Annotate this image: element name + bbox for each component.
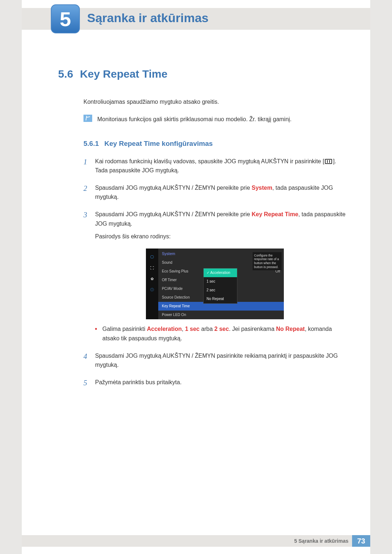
- highlight-1sec: 1 sec: [185, 326, 200, 332]
- osd-option-acceleration: Acceleration: [204, 268, 237, 277]
- highlight-key-repeat-time: Key Repeat Time: [252, 211, 298, 217]
- subsection-title: Key Repeat Time konfigūravimas: [105, 140, 213, 147]
- steps-list: 1 Kai rodomas funkcinių klavišų vadovas,…: [83, 157, 348, 387]
- step-screen-intro: Pasirodys šis ekrano rodinys:: [95, 232, 348, 241]
- chapter-number-badge: 5: [51, 4, 80, 33]
- step-text: Spausdami JOG mygtuką AUKŠTYN / ŽEMYN pe…: [95, 211, 252, 217]
- osd-label: Source Detection: [162, 295, 190, 300]
- subsection-heading: 5.6.1 Key Repeat Time konfigūravimas: [83, 138, 348, 149]
- osd-row-powerled: Power LED On: [158, 311, 284, 319]
- chapter-title: Sąranka ir atkūrimas: [87, 11, 209, 25]
- osd-label: Off Timer: [162, 277, 177, 283]
- note-text: Monitoriaus funkcijos gali skirtis prikl…: [97, 115, 291, 124]
- footer-page-number: 73: [352, 535, 370, 547]
- footer-band: 5 Sąranka ir atkūrimas 73: [22, 535, 370, 547]
- bullet-sep: ,: [182, 326, 185, 332]
- step-number: 4: [83, 350, 87, 362]
- step-number: 2: [83, 182, 87, 194]
- step-3: 3 Spausdami JOG mygtuką AUKŠTYN / ŽEMYN …: [83, 210, 348, 343]
- osd-sidebar: 🖵 ⛶ ✿ ⓘ: [146, 249, 158, 320]
- osd-main: System Sound Eco Saving Plus Off Off Tim…: [158, 249, 284, 320]
- resize-icon: ⛶: [150, 265, 154, 271]
- step-text: Kai rodomas funkcinių klavišų vadovas, s…: [95, 158, 324, 164]
- monitor-icon: 🖵: [150, 254, 154, 260]
- content-area: 5.6 Key Repeat Time Kontroliuojamas spau…: [58, 65, 348, 395]
- highlight-2sec: 2 sec: [215, 326, 229, 332]
- footer-label: 5 Sąranka ir atkūrimas: [294, 538, 348, 544]
- bullet-text: . Jei pasirenkama: [229, 326, 276, 332]
- osd-option-2sec: 2 sec: [204, 286, 237, 295]
- section-number: 5.6: [58, 68, 73, 80]
- section-title: Key Repeat Time: [80, 68, 167, 80]
- osd-label: Eco Saving Plus: [162, 268, 188, 274]
- step-2: 2 Spausdami JOG mygtuką AUKŠTYN / ŽEMYN …: [83, 183, 348, 202]
- highlight-acceleration: Acceleration: [147, 326, 182, 332]
- step-4: 4 Spausdami JOG mygtuką AUKŠTYN / ŽEMYN …: [83, 351, 348, 370]
- bullet-or: arba: [200, 326, 215, 332]
- osd-option-1sec: 1 sec: [204, 277, 237, 286]
- gear-icon: ✿: [151, 276, 154, 282]
- osd-label: Power LED On: [162, 312, 186, 318]
- step-text: Spausdami JOG mygtuką AUKŠTYN / ŽEMYN pe…: [95, 185, 252, 191]
- note-row: Monitoriaus funkcijos gali skirtis prikl…: [83, 115, 348, 124]
- osd-label: Key Repeat Time: [162, 303, 190, 309]
- osd-label: PC/AV Mode: [162, 286, 183, 292]
- step-number: 5: [83, 377, 87, 389]
- bullet-text: Galima pasirinkti: [102, 326, 147, 332]
- step-number: 3: [83, 209, 87, 221]
- osd-options-popup: Acceleration 1 sec 2 sec No Repeat: [203, 268, 237, 304]
- highlight-system: System: [252, 185, 272, 191]
- step-5: 5 Pažymėta parinktis bus pritaikyta.: [83, 378, 348, 387]
- section-intro: Kontroliuojamas spaudžiamo mygtuko atsak…: [83, 97, 348, 107]
- step-number: 1: [83, 156, 87, 168]
- step-text: Pažymėta parinktis bus pritaikyta.: [95, 379, 181, 385]
- osd-option-norepeat: No Repeat: [204, 295, 237, 303]
- subsection-number: 5.6.1: [83, 140, 99, 147]
- step-3-bullet: Galima pasirinkti Acceleration, 1 sec ar…: [95, 324, 348, 343]
- osd-label: Sound: [162, 260, 172, 266]
- menu-icon: [325, 159, 332, 164]
- step-text: Spausdami JOG mygtuką AUKŠTYN / ŽEMYN pa…: [95, 353, 338, 368]
- step-1: 1 Kai rodomas funkcinių klavišų vadovas,…: [83, 157, 348, 175]
- osd-tip: Configure the response rate of a button …: [253, 252, 282, 271]
- info-icon: ⓘ: [150, 287, 154, 293]
- osd-screenshot: 🖵 ⛶ ✿ ⓘ System Sound Eco Saving Plus: [146, 249, 284, 320]
- page: 5 Sąranka ir atkūrimas 5.6 Key Repeat Ti…: [22, 0, 370, 554]
- section-heading: 5.6 Key Repeat Time: [58, 65, 348, 83]
- note-icon: [83, 115, 92, 122]
- highlight-norepeat: No Repeat: [276, 326, 305, 332]
